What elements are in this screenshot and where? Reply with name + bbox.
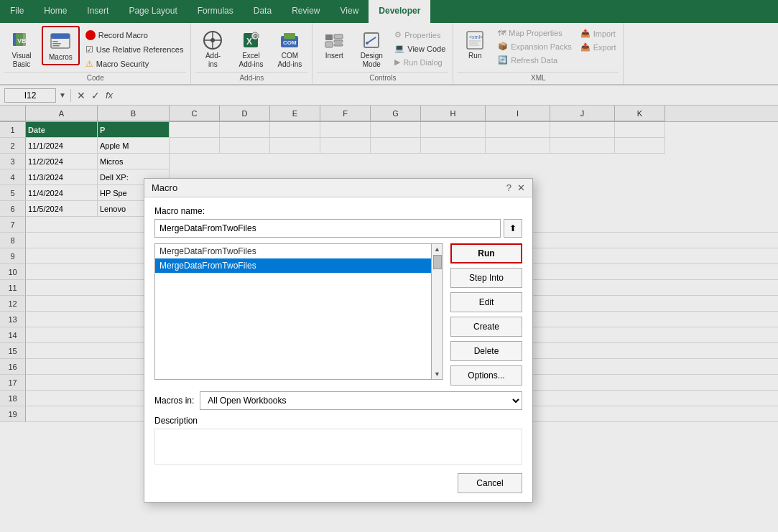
row-header-9[interactable]: 9 — [0, 248, 26, 264]
row-header-6[interactable]: 6 — [0, 201, 26, 217]
col-header-H[interactable]: H — [421, 106, 486, 121]
cancel-formula-icon[interactable]: ✕ — [75, 90, 87, 101]
tab-review[interactable]: Review — [282, 0, 330, 23]
scroll-up-arrow[interactable]: ▲ — [432, 244, 442, 254]
cell-A1[interactable]: Date — [26, 122, 98, 138]
tab-view[interactable]: View — [330, 0, 369, 23]
source-btn[interactable]: <xml> Run — [458, 26, 492, 62]
cell-J1[interactable] — [550, 122, 615, 138]
options-button[interactable]: Options... — [450, 365, 522, 386]
excel-addins-btn[interactable]: X⚙ ExcelAdd-ins — [233, 26, 269, 72]
row-header-16[interactable]: 16 — [0, 359, 26, 375]
tab-insert[interactable]: Insert — [77, 0, 119, 23]
cell-D2[interactable] — [220, 138, 270, 154]
cell-E2[interactable] — [270, 138, 320, 154]
col-header-J[interactable]: J — [550, 106, 615, 121]
row-header-3[interactable]: 3 — [0, 154, 26, 169]
col-header-F[interactable]: F — [320, 106, 371, 121]
cell-D1[interactable] — [220, 122, 270, 138]
col-header-I[interactable]: I — [486, 106, 550, 121]
macros-btn[interactable]: Macros — [42, 26, 80, 65]
row-header-12[interactable]: 12 — [0, 296, 26, 312]
listbox-scrollbar[interactable]: ▲ ▼ — [432, 243, 443, 380]
view-code-btn[interactable]: 💻 View Code — [392, 42, 448, 55]
macro-name-input[interactable] — [154, 219, 501, 238]
tab-data[interactable]: Data — [244, 0, 282, 23]
col-header-C[interactable]: C — [170, 106, 220, 121]
scroll-thumb[interactable] — [433, 255, 442, 269]
addins-btn[interactable]: Add-ins — [195, 26, 230, 72]
list-item[interactable]: MergeDataFromTwoFiles — [155, 244, 431, 258]
cell-F1[interactable] — [320, 122, 371, 138]
row-header-2[interactable]: 2 — [0, 138, 26, 154]
cancel-button[interactable]: Cancel — [458, 473, 522, 493]
row-header-17[interactable]: 17 — [0, 375, 26, 391]
row-header-7[interactable]: 7 — [0, 217, 26, 233]
com-addins-btn[interactable]: COM COMAdd-ins — [272, 26, 307, 72]
import-btn[interactable]: 📤 Import — [578, 27, 619, 39]
col-header-G[interactable]: G — [371, 106, 421, 121]
row-header-14[interactable]: 14 — [0, 327, 26, 343]
fx-icon[interactable]: fx — [104, 90, 114, 101]
cell-E1[interactable] — [270, 122, 320, 138]
tab-developer[interactable]: Developer — [369, 0, 430, 23]
step-into-button[interactable]: Step Into — [450, 268, 522, 288]
design-mode-btn[interactable]: DesignMode — [354, 26, 389, 72]
col-header-K[interactable]: K — [615, 106, 665, 121]
cell-B2[interactable]: Apple M — [98, 138, 170, 154]
cell-A3[interactable]: 11/2/2024 — [26, 154, 98, 169]
cell-H1[interactable] — [421, 122, 486, 138]
help-icon[interactable]: ? — [506, 182, 511, 193]
close-icon[interactable]: ✕ — [517, 182, 525, 193]
macro-name-upload-btn[interactable]: ⬆ — [504, 219, 522, 238]
description-area[interactable] — [154, 429, 522, 465]
cell-A4[interactable]: 11/3/2024 — [26, 169, 98, 185]
refresh-data-btn[interactable]: 🔄 Refresh Data — [495, 54, 574, 66]
insert-ctrl-btn[interactable]: Insert — [317, 26, 351, 62]
col-header-A[interactable]: A — [26, 106, 98, 121]
col-header-E[interactable]: E — [270, 106, 320, 121]
macro-listbox[interactable]: MergeDataFromTwoFiles MergeDataFromTwoFi… — [154, 243, 432, 380]
row-header-15[interactable]: 15 — [0, 343, 26, 359]
row-header-18[interactable]: 18 — [0, 391, 26, 406]
run-button[interactable]: Run — [450, 243, 522, 263]
row-header-10[interactable]: 10 — [0, 264, 26, 280]
macro-security-btn[interactable]: ⚠ Macro Security — [83, 57, 187, 70]
cell-J2[interactable] — [550, 138, 615, 154]
cell-I2[interactable] — [486, 138, 550, 154]
col-header-D[interactable]: D — [220, 106, 270, 121]
cell-K2[interactable] — [615, 138, 665, 154]
cell-F2[interactable] — [320, 138, 371, 154]
cell-A6[interactable]: 11/5/2024 — [26, 201, 98, 217]
cell-I1[interactable] — [486, 122, 550, 138]
row-header-13[interactable]: 13 — [0, 312, 26, 327]
cell-A5[interactable]: 11/4/2024 — [26, 185, 98, 201]
cell-K1[interactable] — [615, 122, 665, 138]
record-macro-btn[interactable]: Record Macro — [83, 29, 187, 42]
cell-H2[interactable] — [421, 138, 486, 154]
map-properties-btn[interactable]: 🗺 Map Properties — [495, 27, 574, 39]
row-header-19[interactable]: 19 — [0, 406, 26, 422]
tab-home[interactable]: Home — [34, 0, 77, 23]
expansion-packs-btn[interactable]: 📦 Expansion Packs — [495, 40, 574, 52]
edit-button[interactable]: Edit — [450, 292, 522, 312]
cell-C1[interactable] — [170, 122, 220, 138]
cell-G2[interactable] — [371, 138, 421, 154]
cell-C2[interactable] — [170, 138, 220, 154]
tab-page-layout[interactable]: Page Layout — [119, 0, 187, 23]
name-box[interactable] — [4, 88, 56, 103]
macros-in-select[interactable]: All Open Workbooks This Workbook Persona… — [200, 391, 522, 410]
tab-file[interactable]: File — [0, 0, 34, 23]
col-header-B[interactable]: B — [98, 106, 170, 121]
cell-B3[interactable]: Micros — [98, 154, 170, 169]
row-header-4[interactable]: 4 — [0, 169, 26, 185]
tab-formulas[interactable]: Formulas — [187, 0, 244, 23]
create-button[interactable]: Create — [450, 317, 522, 337]
row-header-5[interactable]: 5 — [0, 185, 26, 201]
delete-button[interactable]: Delete — [450, 341, 522, 361]
cell-B1[interactable]: P — [98, 122, 170, 138]
formula-input[interactable] — [117, 90, 774, 101]
cell-G1[interactable] — [371, 122, 421, 138]
scroll-down-arrow[interactable]: ▼ — [432, 369, 442, 379]
export-btn[interactable]: 📤 Export — [578, 41, 619, 53]
